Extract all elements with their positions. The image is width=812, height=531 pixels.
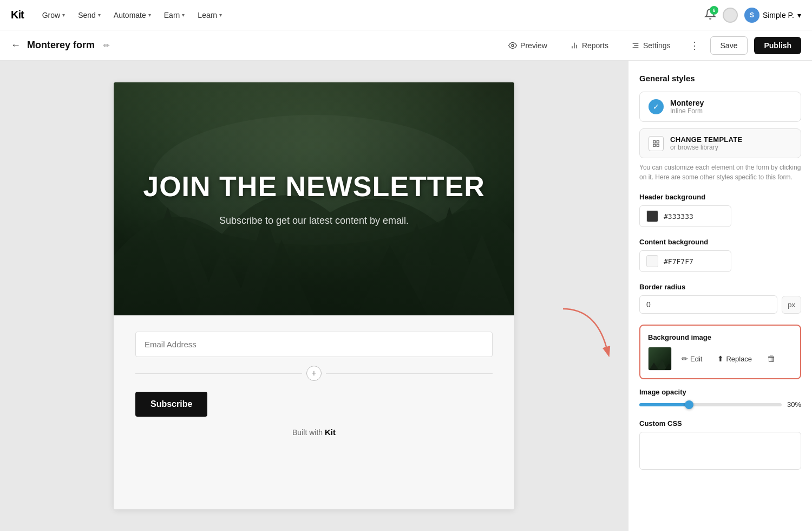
header-bg-color-picker[interactable]: #333333 bbox=[639, 205, 731, 227]
form-header-content: JOIN THE NEWSLETTER Subscribe to get our… bbox=[121, 160, 506, 237]
header-bg-field: Header background #333333 bbox=[639, 193, 801, 227]
change-template-main: CHANGE TEMPLATE bbox=[670, 135, 743, 144]
footer-text: Built with bbox=[292, 428, 323, 437]
preview-button[interactable]: Preview bbox=[500, 36, 555, 55]
user-name: Simple P. bbox=[763, 11, 794, 20]
svg-rect-21 bbox=[653, 144, 656, 146]
upload-icon: ⬆ bbox=[717, 354, 724, 363]
eye-icon bbox=[508, 41, 517, 50]
opacity-value: 30% bbox=[787, 400, 801, 409]
sidebar-section-title: General styles bbox=[639, 74, 801, 83]
chevron-down-icon: ▾ bbox=[62, 12, 65, 18]
top-nav: Kit Grow ▾ Send ▾ Automate ▾ Earn ▾ Lear… bbox=[0, 0, 812, 30]
custom-css-field: Custom CSS bbox=[639, 419, 801, 472]
chevron-down-icon: ▾ bbox=[219, 12, 222, 18]
template-name: Monterey bbox=[670, 99, 704, 107]
app-logo: Kit bbox=[11, 9, 24, 21]
chevron-down-icon: ▾ bbox=[797, 11, 801, 20]
back-button[interactable]: ← bbox=[11, 40, 21, 51]
bg-image-label: Background image bbox=[648, 333, 793, 341]
nav-learn[interactable]: Learn ▾ bbox=[192, 8, 227, 23]
template-icon bbox=[652, 140, 660, 147]
delete-bg-button[interactable]: 🗑 bbox=[763, 351, 780, 367]
border-radius-label: Border radius bbox=[639, 283, 801, 291]
bg-image-section: Background image bbox=[639, 325, 801, 379]
form-footer: Built with Kit bbox=[135, 417, 493, 442]
nav-items: Grow ▾ Send ▾ Automate ▾ Earn ▾ Learn ▾ bbox=[37, 8, 691, 23]
header-bg-swatch bbox=[646, 210, 658, 222]
replace-bg-button[interactable]: ⬆ Replace bbox=[713, 351, 756, 366]
image-opacity-label: Image opacity bbox=[639, 388, 801, 396]
custom-css-label: Custom CSS bbox=[639, 419, 801, 428]
border-radius-field: Border radius px bbox=[639, 283, 801, 314]
template-card: ✓ Monterey Inline Form bbox=[639, 92, 801, 122]
pencil-icon: ✏ bbox=[682, 354, 688, 363]
reports-icon bbox=[570, 41, 579, 50]
publish-button[interactable]: Publish bbox=[754, 37, 801, 54]
nav-grow[interactable]: Grow ▾ bbox=[37, 8, 70, 23]
nav-earn[interactable]: Earn ▾ bbox=[159, 8, 191, 23]
border-radius-row: px bbox=[639, 295, 801, 314]
content-bg-swatch bbox=[646, 255, 658, 267]
opacity-track bbox=[639, 403, 782, 406]
border-radius-input[interactable] bbox=[639, 295, 777, 314]
content-bg-color-picker[interactable]: #F7F7F7 bbox=[639, 250, 731, 272]
footer-logo: Kit bbox=[325, 428, 336, 437]
change-template-button[interactable]: CHANGE TEMPLATE or browse library bbox=[639, 128, 801, 158]
form-subtitle: Subscribe to get our latest content by e… bbox=[143, 215, 484, 226]
subscribe-button[interactable]: Subscribe bbox=[135, 392, 207, 417]
change-template-text: CHANGE TEMPLATE or browse library bbox=[670, 135, 743, 151]
divider-left bbox=[135, 373, 302, 374]
bg-thumbnail-img bbox=[649, 347, 672, 371]
edit-title-icon[interactable]: ✏ bbox=[103, 41, 110, 50]
canvas-area: JOIN THE NEWSLETTER Subscribe to get our… bbox=[0, 61, 628, 531]
notification-count: 6 bbox=[710, 6, 718, 15]
content-bg-value: #F7F7F7 bbox=[664, 257, 693, 266]
template-check-icon: ✓ bbox=[649, 99, 664, 114]
form-card: JOIN THE NEWSLETTER Subscribe to get our… bbox=[114, 82, 514, 509]
svg-rect-19 bbox=[653, 140, 656, 143]
status-circle[interactable] bbox=[723, 8, 738, 23]
opacity-thumb bbox=[685, 400, 693, 409]
bg-thumbnail bbox=[648, 347, 672, 371]
header-bg-value: #333333 bbox=[664, 212, 693, 221]
border-radius-unit: px bbox=[782, 296, 801, 314]
notification-bell[interactable]: 6 bbox=[704, 8, 716, 22]
svg-point-0 bbox=[512, 44, 514, 47]
nav-send[interactable]: Send ▾ bbox=[73, 8, 106, 23]
toolbar: ← Monterey form ✏ Preview Reports Settin… bbox=[0, 30, 812, 61]
bg-image-row: ✏ Edit ⬆ Replace 🗑 bbox=[648, 347, 793, 371]
reports-button[interactable]: Reports bbox=[562, 36, 617, 55]
add-field-row: + bbox=[135, 366, 493, 381]
form-title: JOIN THE NEWSLETTER bbox=[143, 171, 484, 202]
header-bg-label: Header background bbox=[639, 193, 801, 201]
form-header[interactable]: JOIN THE NEWSLETTER Subscribe to get our… bbox=[114, 82, 514, 315]
chevron-down-icon: ▾ bbox=[182, 12, 185, 18]
content-bg-label: Content background bbox=[639, 238, 801, 246]
user-menu[interactable]: S Simple P. ▾ bbox=[744, 8, 801, 23]
template-type: Inline Form bbox=[670, 107, 704, 115]
image-opacity-field: Image opacity 30% bbox=[639, 388, 801, 409]
settings-icon bbox=[631, 41, 640, 50]
more-menu-button[interactable]: ⋮ bbox=[685, 37, 704, 54]
change-template-icon bbox=[649, 136, 664, 151]
page-title: Monterey form bbox=[27, 40, 95, 51]
nav-automate[interactable]: Automate ▾ bbox=[108, 8, 156, 23]
email-input[interactable] bbox=[135, 332, 493, 357]
opacity-slider[interactable] bbox=[639, 403, 782, 406]
chevron-down-icon: ▾ bbox=[148, 12, 151, 18]
add-field-button[interactable]: + bbox=[306, 366, 322, 381]
edit-bg-button[interactable]: ✏ Edit bbox=[677, 351, 706, 366]
content-bg-field: Content background #F7F7F7 bbox=[639, 238, 801, 272]
svg-rect-20 bbox=[657, 140, 659, 143]
save-button[interactable]: Save bbox=[710, 36, 748, 55]
avatar: S bbox=[744, 8, 759, 23]
settings-button[interactable]: Settings bbox=[623, 36, 679, 55]
main-layout: JOIN THE NEWSLETTER Subscribe to get our… bbox=[0, 61, 812, 531]
divider-right bbox=[326, 373, 493, 374]
sidebar: General styles ✓ Monterey Inline Form CH… bbox=[628, 61, 812, 531]
chevron-down-icon: ▾ bbox=[98, 12, 101, 18]
bg-actions: ✏ Edit ⬆ Replace 🗑 bbox=[677, 351, 780, 367]
custom-css-textarea[interactable] bbox=[639, 432, 801, 470]
opacity-fill bbox=[639, 403, 689, 406]
